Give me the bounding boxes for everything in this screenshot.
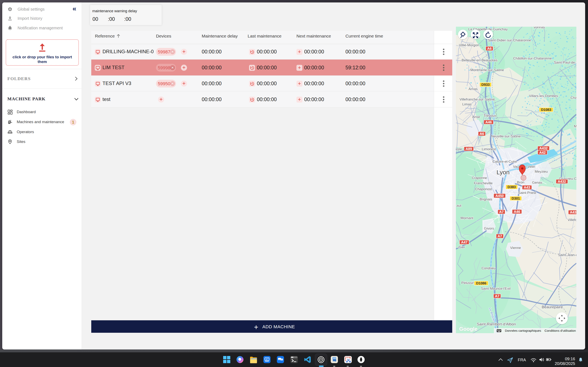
svg-text:FRA: FRA	[518, 358, 526, 362]
svg-text:09:16: 09:16	[565, 357, 575, 361]
svg-text:20/08/2025: 20/08/2025	[555, 361, 575, 366]
